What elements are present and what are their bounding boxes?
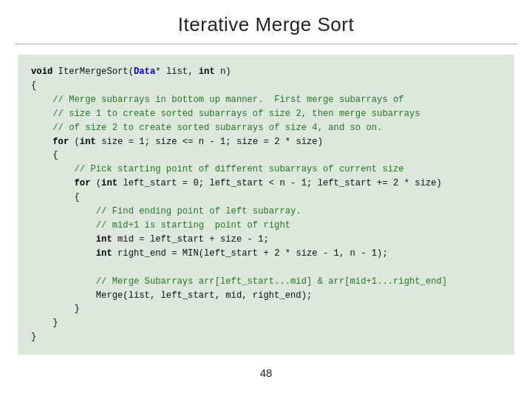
code-block: void IterMergeSort(Data* list, int n) { … bbox=[18, 55, 514, 355]
title-divider bbox=[15, 44, 517, 44]
page-title: Iterative Merge Sort bbox=[178, 13, 354, 36]
page-number: 48 bbox=[260, 366, 273, 379]
